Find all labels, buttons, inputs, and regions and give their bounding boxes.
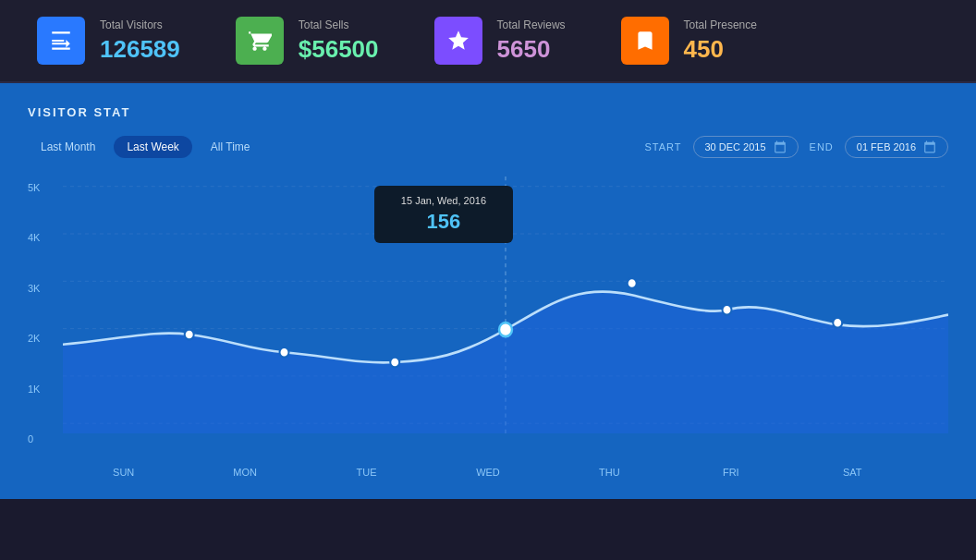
stats-bar: Total Visitors 126589 Total Sells $56500… <box>0 0 976 83</box>
reviews-icon <box>434 17 482 65</box>
x-label-tue: TUE <box>306 467 427 478</box>
end-date-value: 01 FEB 2016 <box>857 141 916 152</box>
reviews-value: 5650 <box>497 35 566 64</box>
end-date-input[interactable]: 01 FEB 2016 <box>845 136 948 158</box>
date-controls: START 30 DEC 2015 END 01 FEB 2016 <box>644 136 948 158</box>
y-label-5k: 5K <box>28 182 55 193</box>
filter-last-month[interactable]: Last Month <box>28 136 108 158</box>
presence-info: Total Presence 450 <box>684 18 757 64</box>
start-date-value: 30 DEC 2015 <box>705 141 766 152</box>
x-axis: SUN MON TUE WED THU FRI SAT <box>28 463 948 478</box>
visitors-icon <box>37 17 85 65</box>
end-label: END <box>810 141 834 152</box>
stat-card-sells: Total Sells $56500 <box>236 17 379 65</box>
visitors-info: Total Visitors 126589 <box>100 18 180 64</box>
point-mon <box>280 347 289 358</box>
y-label-0: 0 <box>28 433 55 444</box>
start-date-input[interactable]: 30 DEC 2015 <box>693 136 799 158</box>
reviews-info: Total Reviews 5650 <box>497 18 566 64</box>
stat-card-visitors: Total Visitors 126589 <box>37 17 180 65</box>
presence-icon <box>621 17 669 65</box>
y-label-1k: 1K <box>28 383 55 395</box>
presence-value: 450 <box>684 35 757 64</box>
filter-last-week[interactable]: Last Week <box>114 136 191 158</box>
point-wed[interactable] <box>499 323 512 336</box>
y-axis: 5K 4K 3K 2K 1K 0 <box>28 177 63 463</box>
point-tue <box>390 358 399 368</box>
chart-section: VISITOR STAT Last Month Last Week All Ti… <box>0 83 976 499</box>
x-label-fri: FRI <box>670 467 791 478</box>
x-label-wed: WED <box>427 467 548 478</box>
filter-all-time[interactable]: All Time <box>198 136 263 158</box>
y-label-2k: 2K <box>28 333 55 344</box>
visitors-value: 126589 <box>100 35 180 64</box>
x-label-mon: MON <box>184 467 305 478</box>
reviews-label: Total Reviews <box>497 18 566 31</box>
x-label-thu: THU <box>549 467 670 478</box>
chart-controls: Last Month Last Week All Time START 30 D… <box>28 136 948 158</box>
start-label: START <box>644 141 681 152</box>
sells-info: Total Sells $56500 <box>299 18 379 64</box>
stat-card-reviews: Total Reviews 5650 <box>434 17 566 65</box>
chart-svg-container: 15 Jan, Wed, 2016 156 <box>63 177 948 463</box>
visitors-label: Total Visitors <box>100 18 180 31</box>
stat-card-presence: Total Presence 450 <box>621 17 757 65</box>
chart-svg <box>63 177 948 463</box>
sells-value: $56500 <box>299 35 379 64</box>
point-fri <box>723 305 732 315</box>
filter-tabs: Last Month Last Week All Time <box>28 136 263 158</box>
point-sat <box>833 318 842 328</box>
point-sun <box>185 330 194 340</box>
chart-container: 5K 4K 3K 2K 1K 0 <box>28 177 948 463</box>
sells-icon <box>236 17 284 65</box>
point-thu <box>628 278 637 288</box>
chart-title: VISITOR STAT <box>28 105 948 119</box>
y-label-3k: 3K <box>28 283 55 294</box>
x-label-sun: SUN <box>63 467 184 478</box>
y-label-4k: 4K <box>28 232 55 243</box>
presence-label: Total Presence <box>684 18 757 31</box>
sells-label: Total Sells <box>299 18 379 31</box>
x-label-sat: SAT <box>792 467 913 478</box>
